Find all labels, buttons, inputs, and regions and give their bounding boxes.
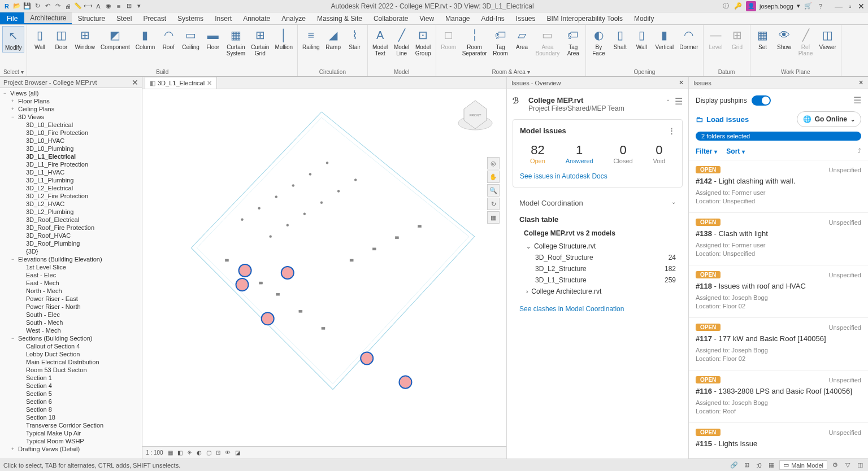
info-icon[interactable]: ⓘ [721,2,730,11]
curtain-system-button[interactable]: ▦CurtainSystem [224,26,248,58]
tree-toggle-icon[interactable]: − [11,256,18,262]
nav-section-icon[interactable]: ▦ [487,211,500,224]
help-icon[interactable]: ? [816,2,825,11]
user-name[interactable]: joseph.bogg [760,3,793,10]
sync-icon[interactable]: ↻ [33,2,42,11]
view-tab-close-icon[interactable]: ✕ [207,80,212,87]
select-links-icon[interactable]: ⊞ [742,461,751,470]
tree-item[interactable]: Main Electrical Distribution [1,358,141,366]
tree-toggle-icon[interactable]: + [11,106,18,112]
dormer-button[interactable]: ◠Dormer [677,26,700,51]
tree-item[interactable]: South - Elec [1,311,141,319]
by-face-button[interactable]: ◐ByFace [588,26,609,58]
crop-region-icon[interactable]: ⊡ [216,450,220,456]
text-icon[interactable]: A [94,2,103,11]
stair-button[interactable]: ⌇Stair [345,26,365,51]
ribbon-tab-add-ins[interactable]: Add-Ins [475,12,510,24]
ribbon-tab-structure[interactable]: Structure [72,12,111,24]
tree-item[interactable]: 3D_L1_Fire Protection [1,160,141,168]
tree-item[interactable]: {3D} [1,247,141,255]
tree-item[interactable]: Transverse Corridor Section [1,421,141,429]
cart-icon[interactable]: 🛒 [804,2,813,11]
ribbon-tab-steel[interactable]: Steel [111,12,137,24]
user-avatar-icon[interactable]: 👤 [746,1,756,11]
tree-item[interactable]: 3D_L0_Fire Protection [1,129,141,137]
nav-pan-icon[interactable]: ✋ [487,171,500,183]
tree-item[interactable]: −Elevations (Building Elevation) [1,255,141,263]
switch-windows-icon[interactable]: ▾ [134,2,144,11]
issue-item[interactable]: OPENUnspecified#118 - Issues with roof a… [689,265,868,318]
model-text-button[interactable]: AModelText [370,26,390,58]
ceiling-button[interactable]: ▭Ceiling [180,26,202,51]
tree-toggle-icon[interactable]: + [11,446,18,452]
clash-group[interactable]: ⌄College Structure.rvt [519,241,676,252]
issues-menu-icon[interactable]: ☰ [853,95,861,106]
tree-item[interactable]: Power Riser - North [1,303,141,311]
tree-item[interactable]: 3D_Roof_Electrical [1,216,141,224]
model-group-button[interactable]: ⊡ModelGroup [413,26,433,58]
card-more-icon[interactable]: ⋮ [668,127,675,135]
save-icon[interactable]: 💾 [23,2,32,11]
vertical-button[interactable]: ▮Vertical [653,26,676,51]
tree-item[interactable]: 3D_Roof_Fire Protection [1,224,141,232]
main-model-dropdown[interactable]: ▭ Main Model [779,460,827,470]
thin-lines-icon[interactable]: ≡ [114,2,123,11]
floor-button[interactable]: ▬Floor [203,26,223,51]
tree-item[interactable]: Section 5 [1,390,141,398]
tree-toggle-icon[interactable]: + [11,98,18,104]
tree-item[interactable]: Typical Make Up Air [1,429,141,437]
measure-icon[interactable]: 📏 [73,2,83,11]
worksets-icon[interactable]: ▦ [767,461,776,470]
minimize-button[interactable]: — [834,2,843,11]
view-tab[interactable]: ◧ 3D_L1_Electrical ✕ [145,77,217,89]
ribbon-tab-insert[interactable]: Insert [209,12,237,24]
tree-item[interactable]: +Floor Plans [1,97,141,105]
close-button[interactable]: ✕ [857,2,866,11]
model-line-button[interactable]: ╱ModelLine [392,26,412,58]
tree-item[interactable]: Callout of Section 4 [1,342,141,350]
project-browser-close-icon[interactable]: ✕ [132,78,138,87]
tree-item[interactable]: 1st Level Slice [1,263,141,271]
tree-item[interactable]: East - Elec [1,271,141,279]
load-issues-button[interactable]: 🗀 Load issues [696,115,749,124]
redo-icon[interactable]: ↷ [53,2,62,11]
nav-orbit-icon[interactable]: ↻ [487,198,500,210]
overview-expand-icon[interactable]: ⌄ [666,96,670,107]
tree-item[interactable]: 3D_Roof_HVAC [1,232,141,239]
tree-item[interactable]: 3D_L0_Plumbing [1,145,141,152]
tree-item[interactable]: Typical Room WSHP [1,437,141,445]
railing-button[interactable]: ≡Railing [300,26,322,51]
sort-button[interactable]: Sort ▾ [726,147,745,155]
ribbon-tab-analyze[interactable]: Analyze [276,12,311,24]
issue-item[interactable]: OPENUnspecified#115 - Lights issue [689,423,868,459]
see-clashes-link[interactable]: See clashes in Model Coordination [519,305,676,313]
wall-button[interactable]: ▯Wall [29,26,50,51]
tree-item[interactable]: North - Mech [1,287,141,295]
tree-item[interactable]: −Sections (Building Section) [1,334,141,342]
view-scale[interactable]: 1 : 100 [146,450,163,456]
user-menu-chevron[interactable]: ▾ [797,2,800,10]
issue-item[interactable]: OPENUnspecified#138 - Clash with lightAs… [689,213,868,265]
set-button[interactable]: ▦Set [753,26,773,51]
tree-item[interactable]: Section 1 [1,374,141,382]
sun-path-icon[interactable]: ☀ [187,450,192,456]
tree-item[interactable]: Section 6 [1,398,141,405]
tree-toggle-icon[interactable]: − [11,335,18,341]
pushpin-toggle[interactable] [752,95,771,106]
issue-item[interactable]: OPENUnspecified#117 - 177 kW and Basic R… [689,318,868,370]
design-options-icon[interactable]: ⚙ [831,461,840,470]
curtain-grid-button[interactable]: ⊞CurtainGrid [249,26,271,58]
detail-level-icon[interactable]: ▦ [168,450,173,456]
nav-wheel-icon[interactable]: ◎ [487,157,500,169]
tree-item[interactable]: East - Mech [1,279,141,287]
viewport[interactable]: FRONT ◎ ✋ 🔍 ↻ ▦ [142,89,506,446]
clash-group[interactable]: ›College Architecture.rvt [519,286,676,297]
tree-item[interactable]: −Views (all) [1,89,141,97]
ribbon-tab-massing-site[interactable]: Massing & Site [311,12,368,24]
editable-only-icon[interactable]: :0 [754,461,763,470]
stat-answered[interactable]: 1Answered [566,143,593,164]
restore-button[interactable]: ▫ [845,2,854,11]
tree-toggle-icon[interactable]: − [11,114,18,120]
dimension-icon[interactable]: ⟷ [84,2,93,11]
area-button[interactable]: ▱Area [512,26,532,51]
